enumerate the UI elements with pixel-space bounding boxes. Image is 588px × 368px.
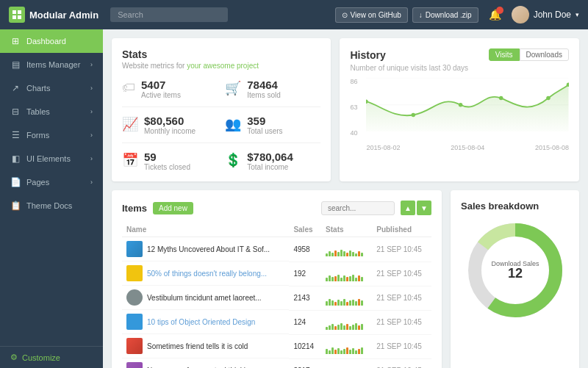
item-name-text[interactable]: 10 tips of Object Oriented Design (147, 318, 255, 326)
item-name-cell: Sometimes friend tells it is cold (122, 334, 289, 358)
col-stats: Stats (321, 223, 372, 237)
sidebar-item-ui-elements[interactable]: ◧ UI Elements › (0, 147, 103, 170)
table-row: New ways of conceptual thinking321721 SE… (122, 358, 431, 368)
history-subtitle: Number of unique visits last 30 days (350, 64, 569, 72)
sidebar-item-forms[interactable]: ☰ Forms › (0, 123, 103, 147)
svg-point-9 (459, 103, 463, 107)
sidebar-item-theme-docs[interactable]: 📋 Theme Docs (0, 194, 103, 217)
search-input[interactable] (110, 7, 228, 22)
item-name-text[interactable]: 50% of things doesn't really belong... (147, 270, 267, 278)
item-stats (321, 358, 372, 368)
svg-point-10 (499, 96, 503, 101)
stats-link[interactable]: your awesome project (187, 62, 259, 70)
bar (337, 325, 340, 330)
bar (329, 325, 331, 330)
svg-point-8 (412, 113, 416, 118)
chart-up-icon: 📈 (122, 116, 138, 132)
sidebar-item-items-manager[interactable]: ▤ Items Manager › (0, 53, 103, 76)
sales-title: Sales breakdown (461, 201, 569, 212)
pages-icon: 📄 (10, 177, 21, 187)
bar (355, 253, 357, 256)
table-row: 12 Myths Uncovered About IT & Sof...4958… (122, 237, 431, 262)
dollar-icon: 💲 (225, 152, 241, 168)
bar (361, 347, 363, 354)
bar (352, 325, 354, 330)
sidebar: ⊞ Dashboard ▤ Items Manager › ↗ Charts ›… (0, 29, 103, 368)
bar (337, 252, 340, 256)
main-area: ⊞ Dashboard ▤ Items Manager › ↗ Charts ›… (0, 29, 588, 368)
svg-rect-3 (18, 15, 21, 19)
sidebar-item-dashboard[interactable]: ⊞ Dashboard (0, 29, 103, 53)
bar (329, 251, 331, 256)
item-sales: 192 (289, 261, 321, 286)
download-button[interactable]: ↓ Download .zip (412, 7, 478, 23)
col-name: Name (122, 223, 289, 237)
sort-up-button[interactable]: ▲ (401, 201, 415, 215)
tab-downloads[interactable]: Downloads (520, 48, 569, 61)
stats-card: Stats Website metrics for your awesome p… (112, 38, 331, 181)
col-published: Published (372, 223, 431, 237)
stat-active-items: 🏷 5407Active items (122, 79, 218, 99)
stat-items-sold: 🛒 78464Items sold (225, 79, 320, 99)
item-name-cell: Vestibulum tincidunt amet laoreet... (122, 286, 289, 310)
sidebar-item-label: Items Manager (26, 60, 80, 69)
bar (337, 300, 340, 306)
item-published: 21 SEP 10:45 (372, 237, 431, 262)
svg-text:12: 12 (507, 266, 522, 281)
sidebar-item-tables[interactable]: ⊟ Tables › (0, 100, 103, 123)
bar (334, 326, 337, 330)
bar (358, 299, 360, 306)
chevron-right-icon: › (90, 84, 93, 92)
sidebar-item-charts[interactable]: ↗ Charts › (0, 76, 103, 100)
bar (355, 323, 357, 330)
items-search-input[interactable] (321, 201, 395, 215)
item-thumbnail (126, 362, 143, 368)
charts-icon: ↗ (10, 83, 21, 93)
bar (358, 251, 360, 256)
sidebar-item-label: Pages (26, 178, 49, 187)
items-manager-icon: ▤ (10, 59, 21, 70)
svg-rect-1 (18, 10, 21, 14)
bar (346, 277, 348, 281)
bar (343, 325, 345, 330)
bar (331, 300, 334, 306)
customize-button[interactable]: ⚙ Customize (0, 346, 103, 368)
calendar-icon: 📅 (122, 152, 138, 168)
bar (334, 276, 337, 281)
item-sales: 10214 (289, 334, 321, 358)
bar (349, 350, 351, 354)
github-button[interactable]: ⊙ View on GitHub (335, 7, 408, 23)
item-thumbnail (126, 241, 143, 257)
sidebar-item-pages[interactable]: 📄 Pages › (0, 170, 103, 194)
notifications-bell[interactable]: 🔔 (489, 9, 501, 21)
sort-down-button[interactable]: ▼ (417, 201, 431, 215)
item-published: 21 SEP 10:45 (372, 310, 431, 334)
bar (358, 349, 360, 354)
user-dropdown-arrow: ▾ (576, 11, 579, 18)
bar (352, 348, 354, 354)
bar (352, 252, 354, 256)
bar (349, 276, 351, 281)
chevron-right-icon: › (90, 108, 93, 115)
mini-bar-chart (326, 315, 368, 330)
bar (340, 250, 343, 256)
dashboard-icon: ⊞ (10, 36, 21, 46)
bar (337, 275, 340, 281)
item-thumbnail (126, 289, 143, 306)
bar (326, 327, 328, 330)
sidebar-item-label: Dashboard (26, 37, 66, 46)
tab-visits[interactable]: Visits (489, 48, 520, 61)
bar (326, 278, 328, 281)
bar (355, 350, 357, 354)
bar (361, 324, 363, 330)
topbar-actions: ⊙ View on GitHub ↓ Download .zip 🔔 John … (335, 6, 579, 24)
add-new-button[interactable]: Add new (153, 202, 193, 214)
bar (343, 299, 345, 306)
stat-tickets: 📅 59Tickets closed (122, 151, 218, 171)
sort-buttons: ▲ ▼ (401, 201, 431, 215)
sidebar-item-label: Charts (26, 84, 50, 93)
sidebar-item-label: Theme Docs (26, 201, 72, 210)
bar (334, 350, 337, 354)
user-menu[interactable]: John Doe ▾ (512, 6, 579, 24)
app-container: Modular Admin ⊙ View on GitHub ↓ Downloa… (0, 0, 588, 368)
